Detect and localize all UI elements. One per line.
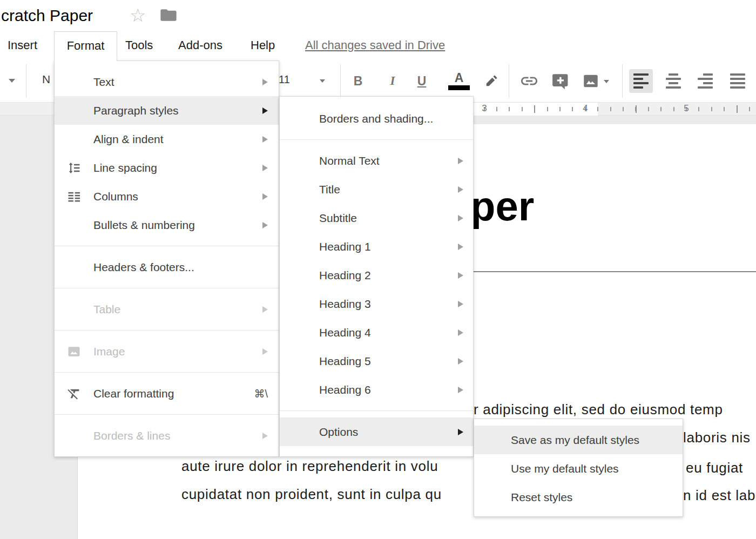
submenu-arrow-icon [458, 429, 463, 435]
doc-body-line: cupidatat non proident, sunt in culpa qu [181, 486, 442, 503]
paragraph-styles-submenu: Borders and shading... Normal Text Title… [279, 96, 474, 457]
menu-tools[interactable]: Tools [125, 31, 153, 59]
toolbar-divider [622, 64, 623, 98]
menu-item-borders-lines: Borders & lines [55, 421, 279, 450]
line-spacing-icon [63, 153, 85, 182]
menu-item-heading-1[interactable]: Heading 1 [280, 232, 473, 261]
menu-item-options[interactable]: Options [280, 417, 473, 446]
submenu-arrow-icon [458, 358, 463, 365]
submenu-arrow-icon [262, 193, 268, 200]
submenu-arrow-icon [262, 222, 268, 228]
font-size-caret-icon[interactable] [320, 79, 325, 83]
menu-item-borders-shading[interactable]: Borders and shading... [280, 104, 473, 133]
menu-item-save-default-styles[interactable]: Save as my default styles [474, 426, 683, 454]
doc-body-line: laboris nis [683, 429, 751, 446]
submenu-arrow-icon [262, 433, 268, 439]
submenu-arrow-icon [262, 107, 268, 114]
ruler-number: 4 [583, 103, 588, 114]
star-icon[interactable]: ☆ [130, 3, 146, 27]
menu-item-use-default-styles[interactable]: Use my default styles [474, 454, 683, 483]
menu-item-table: Table [55, 295, 279, 324]
toolbar-divider [340, 64, 341, 98]
submenu-arrow-icon [262, 165, 268, 171]
menu-insert[interactable]: Insert [8, 31, 37, 59]
menu-divider [55, 246, 279, 246]
folder-icon[interactable] [160, 8, 177, 25]
toolbar-divider [509, 64, 509, 98]
doc-body-line: r adipiscing elit, sed do eiusmod temp [474, 401, 723, 418]
menu-item-heading-3[interactable]: Heading 3 [280, 289, 473, 318]
menu-item-clear-formatting[interactable]: Clear formatting ⌘\ [55, 379, 279, 408]
submenu-arrow-icon [458, 244, 463, 250]
menu-item-heading-2[interactable]: Heading 2 [280, 261, 473, 289]
menu-item-normal-text[interactable]: Normal Text [280, 146, 473, 175]
toolbar-divider [26, 64, 26, 98]
menu-divider [280, 139, 473, 140]
menu-format[interactable]: Format [54, 31, 117, 61]
submenu-arrow-icon [262, 136, 268, 143]
submenu-arrow-icon [262, 348, 268, 355]
bold-button[interactable]: B [347, 70, 369, 92]
submenu-arrow-icon [458, 387, 463, 393]
menu-item-heading-6[interactable]: Heading 6 [280, 375, 473, 404]
link-icon[interactable] [518, 70, 540, 92]
paragraph-style-dropdown[interactable]: N [42, 73, 50, 86]
underline-button[interactable]: U [411, 70, 433, 92]
menu-item-align-indent[interactable]: Align & indent [55, 125, 279, 153]
ruler-halftick [737, 105, 738, 113]
menu-item-paragraph-styles[interactable]: Paragraph styles [55, 96, 279, 125]
document-title[interactable]: cratch Paper [1, 6, 93, 25]
menu-item-text[interactable]: Text [55, 68, 279, 96]
submenu-arrow-icon [458, 158, 463, 164]
title-bar: cratch Paper ☆ [0, 0, 756, 31]
ruler-number: 3 [482, 103, 487, 114]
highlighter-icon[interactable] [481, 70, 502, 92]
align-center-button[interactable] [662, 69, 685, 93]
menu-item-subtitle[interactable]: Subtitle [280, 204, 473, 232]
submenu-arrow-icon [262, 79, 268, 85]
font-size-value[interactable]: 11 [279, 73, 290, 86]
menu-item-headers-footers[interactable]: Headers & footers... [55, 253, 279, 281]
menu-item-heading-5[interactable]: Heading 5 [280, 347, 473, 375]
image-icon [63, 337, 85, 366]
submenu-arrow-icon [458, 215, 463, 221]
align-left-button[interactable] [629, 69, 653, 93]
format-menu: Text Paragraph styles Align & indent Lin… [54, 60, 279, 457]
align-right-button[interactable] [693, 69, 717, 93]
doc-body-line: n id est lab [683, 487, 755, 504]
menu-divider [55, 288, 279, 288]
insert-image-icon[interactable] [580, 70, 602, 92]
menu-item-image: Image [55, 337, 279, 366]
submenu-arrow-icon [262, 306, 268, 313]
current-color-swatch [448, 85, 470, 90]
doc-title-text-fragment: per [470, 183, 534, 230]
submenu-arrow-icon [458, 186, 463, 193]
menu-help[interactable]: Help [251, 31, 275, 59]
menu-item-bullets-numbering[interactable]: Bullets & numbering [55, 211, 279, 239]
menu-divider [55, 372, 279, 373]
submenu-arrow-icon [458, 301, 463, 307]
menu-item-line-spacing[interactable]: Line spacing [55, 153, 279, 182]
ruler-halftick [636, 105, 637, 113]
menu-item-heading-4[interactable]: Heading 4 [280, 318, 473, 347]
menu-item-reset-styles[interactable]: Reset styles [474, 483, 683, 511]
clear-formatting-icon [63, 379, 85, 408]
doc-body-line: eu fugiat [686, 460, 743, 476]
submenu-arrow-icon [458, 329, 463, 336]
dropdown-caret-icon[interactable] [9, 79, 15, 83]
ruler-halftick [534, 105, 535, 113]
menu-add-ons[interactable]: Add-ons [178, 31, 222, 59]
menu-item-columns[interactable]: Columns [55, 182, 279, 211]
italic-button[interactable]: I [382, 70, 403, 92]
columns-icon [63, 182, 85, 211]
menu-item-title[interactable]: Title [280, 175, 473, 204]
ruler-number: 5 [684, 103, 688, 114]
save-status-link[interactable]: All changes saved in Drive [305, 31, 445, 59]
image-dropdown-caret-icon[interactable] [604, 80, 609, 83]
justify-button[interactable] [726, 69, 750, 93]
menu-divider [55, 330, 279, 331]
submenu-arrow-icon [458, 272, 463, 279]
add-comment-icon[interactable] [550, 70, 571, 92]
options-submenu: Save as my default styles Use my default… [474, 419, 683, 517]
text-color-button[interactable]: A [447, 70, 471, 92]
